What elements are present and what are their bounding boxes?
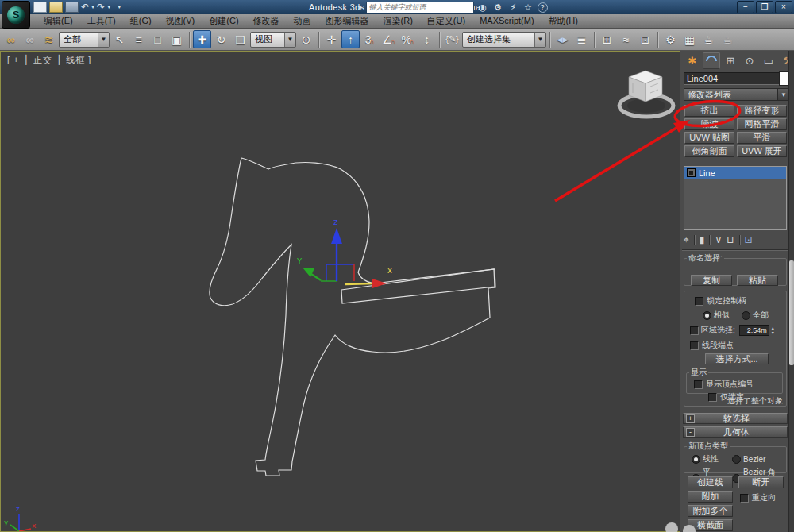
reorient-checkbox[interactable] — [740, 494, 749, 503]
window-crossing-icon[interactable]: ▣ — [168, 30, 186, 48]
menu-views[interactable]: 视图(V) — [159, 14, 202, 28]
show-end-result-icon[interactable]: ▮ — [700, 234, 705, 245]
select-by-name-icon[interactable]: ≡ — [129, 30, 148, 48]
panel-scrollbar-thumb[interactable] — [789, 260, 794, 365]
tab-create[interactable]: ✱ — [684, 52, 701, 69]
reference-coordinate-dropdown[interactable]: 视图▼ — [250, 32, 296, 48]
named-selection-sets-dropdown[interactable]: 创建选择集▼ — [462, 32, 546, 48]
viewport-nav-icon[interactable] — [665, 522, 678, 532]
copy-button[interactable]: 复制 — [691, 275, 732, 286]
angle-snap-icon[interactable]: ∠∩ — [380, 30, 398, 48]
rendered-frame-window-icon[interactable]: ▦ — [680, 30, 699, 48]
render-production-icon[interactable]: ☕ — [700, 30, 718, 48]
object-name-field[interactable]: Line004 — [684, 72, 781, 85]
extrude-button[interactable]: 挤出 — [684, 105, 734, 117]
menu-customize[interactable]: 自定义(U) — [420, 14, 472, 28]
uvw-unwrap-button[interactable]: UVW 展开 — [737, 145, 787, 157]
snap-3d-icon[interactable]: 3∩ — [360, 30, 379, 48]
select-and-move-icon[interactable]: ✚ — [193, 30, 211, 48]
align-icon[interactable]: ≣ — [572, 30, 591, 48]
select-and-scale-icon[interactable]: ❏ — [231, 30, 249, 48]
menu-graph-editors[interactable]: 图形编辑器 — [318, 14, 376, 28]
undo-dropdown-icon[interactable]: ▾ — [91, 2, 94, 12]
menu-animation[interactable]: 动画 — [287, 14, 318, 28]
similar-radio[interactable] — [703, 311, 711, 320]
help-icon[interactable]: ? — [538, 2, 548, 13]
infocenter-collapse-icon[interactable]: ▸ — [359, 3, 363, 11]
new-file-icon[interactable] — [33, 2, 47, 13]
communication-center-icon[interactable]: ⚡ — [507, 2, 519, 13]
select-and-link-icon[interactable]: ∞ — [2, 30, 20, 48]
redo-icon[interactable]: ↷ — [97, 2, 105, 12]
pin-stack-icon[interactable]: ⌖ — [684, 234, 689, 245]
mirror-icon[interactable]: ◀▶ — [553, 30, 572, 48]
panel-scrollbar[interactable] — [788, 51, 794, 532]
search-icon[interactable]: ◎ — [477, 2, 489, 13]
menu-rendering[interactable]: 渲染(R) — [376, 14, 420, 28]
menu-help[interactable]: 帮助(H) — [542, 14, 585, 28]
application-menu-button[interactable]: S — [2, 1, 30, 29]
select-and-rotate-icon[interactable]: ↻ — [212, 30, 230, 48]
render-setup-icon[interactable]: ⚙ — [661, 30, 680, 48]
area-selection-checkbox[interactable] — [690, 326, 699, 335]
maximize-button[interactable]: ❐ — [756, 1, 773, 13]
search-input[interactable] — [366, 2, 474, 13]
segment-end-checkbox[interactable] — [690, 341, 699, 350]
unlink-selection-icon[interactable]: ∞ — [21, 30, 39, 48]
paste-button[interactable]: 粘贴 — [737, 275, 778, 286]
lock-handles-checkbox[interactable] — [695, 297, 703, 306]
stack-item-line[interactable]: Line — [684, 167, 786, 179]
modifier-list-dropdown[interactable]: 修改器列表 ▼ — [684, 88, 790, 101]
break-button[interactable]: 断开 — [738, 476, 784, 488]
rectangular-selection-icon[interactable]: □ — [148, 30, 167, 48]
path-deform-button[interactable]: 路径变形 — [737, 105, 787, 117]
geometry-rollout[interactable]: - 几何体 — [683, 426, 788, 438]
attach-multiple-button[interactable]: 附加多个 — [688, 505, 733, 517]
bind-to-space-warp-icon[interactable]: ≋ — [40, 30, 58, 48]
smooth-button[interactable]: 平滑 — [737, 132, 787, 144]
tab-motion[interactable]: ⊙ — [741, 52, 758, 69]
keyboard-override-icon[interactable]: ↑ — [341, 30, 360, 48]
orthographic-viewport[interactable]: [ + ⎪ 正交 ⎪ 线框 ] z Y x — [0, 51, 680, 532]
percent-snap-icon[interactable]: %∩ — [399, 30, 417, 48]
expand-icon[interactable]: + — [686, 414, 695, 423]
minimize-button[interactable]: − — [737, 1, 754, 13]
collapse-icon[interactable]: - — [686, 428, 695, 437]
uvw-map-button[interactable]: UVW 贴图 — [684, 132, 734, 144]
configure-modifier-sets-icon[interactable]: ⊡ — [745, 234, 753, 245]
close-button[interactable]: × — [775, 1, 792, 13]
area-threshold-field[interactable]: 2.54m — [739, 325, 769, 336]
menu-group[interactable]: 组(G) — [123, 14, 159, 28]
select-object-icon[interactable]: ↖ — [110, 30, 129, 48]
bevel-profile-button[interactable]: 倒角剖面 — [684, 145, 734, 157]
edit-named-sets-icon[interactable]: {✎} — [443, 30, 461, 48]
spinner-arrows-icon[interactable]: ▴▾ — [772, 326, 774, 335]
menu-maxscript[interactable]: MAXScript(M) — [472, 14, 541, 28]
select-and-manipulate-icon[interactable]: ✛ — [322, 30, 341, 48]
favorites-star-icon[interactable]: ☆ — [522, 2, 534, 13]
menu-tools[interactable]: 工具(T) — [80, 14, 123, 28]
undo-icon[interactable]: ↶ — [81, 2, 89, 12]
all-radio[interactable] — [742, 311, 750, 320]
noise-button[interactable]: 噪波 — [684, 118, 734, 130]
meshsmooth-button[interactable]: 网格平滑 — [737, 118, 787, 130]
save-file-icon[interactable] — [65, 2, 79, 13]
curve-editor-icon[interactable]: ≈ — [617, 30, 635, 48]
redo-dropdown-icon[interactable]: ▾ — [107, 2, 110, 12]
schematic-view-icon[interactable]: ⊡ — [636, 30, 654, 48]
render-iterative-icon[interactable]: ☕ — [719, 30, 737, 48]
soft-selection-rollout[interactable]: + 软选择 — [683, 413, 788, 424]
layer-manager-icon[interactable]: ⊞ — [598, 30, 616, 48]
viewport-nav-icon[interactable] — [683, 525, 696, 532]
tab-modify[interactable] — [703, 52, 720, 69]
open-file-icon[interactable] — [49, 2, 63, 13]
menu-create[interactable]: 创建(C) — [202, 14, 245, 28]
subscription-icon[interactable]: ⚙ — [492, 2, 504, 13]
toolbar-more-icon[interactable]: ▾ — [118, 2, 121, 12]
attach-button[interactable]: 附加 — [688, 491, 733, 503]
menu-edit[interactable]: 编辑(E) — [37, 14, 80, 28]
use-pivot-center-icon[interactable]: ⊕ — [297, 30, 315, 48]
tab-display[interactable]: ▭ — [760, 52, 777, 69]
show-vertex-numbers-checkbox[interactable] — [694, 380, 703, 389]
create-line-button[interactable]: 创建线 — [688, 476, 733, 488]
